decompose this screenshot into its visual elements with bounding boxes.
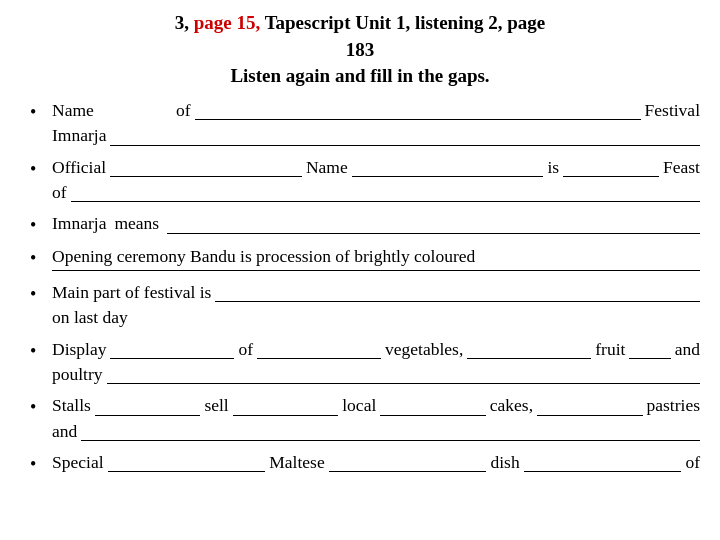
item6-blank2 bbox=[257, 358, 381, 359]
header-suffix: Tapescript Unit 1, listening 2, page bbox=[260, 12, 545, 33]
header-line3: Listen again and fill in the gaps. bbox=[20, 63, 700, 90]
item7-pastries-label: pastries bbox=[647, 393, 700, 418]
item6-blank1 bbox=[110, 358, 234, 359]
item7-sell-label: sell bbox=[204, 393, 228, 418]
item1-festival-label: Festival bbox=[645, 98, 700, 123]
list-item: • Special Maltese dish of bbox=[30, 450, 700, 477]
item2-blank3 bbox=[563, 176, 659, 177]
list-item: • Main part of festival is on last day bbox=[30, 280, 700, 331]
item1-name-label: Name bbox=[52, 98, 94, 123]
item5-onlastday-label: on last day bbox=[52, 305, 128, 330]
item7-cakes-label: cakes, bbox=[490, 393, 533, 418]
item6-veg-label: vegetables, bbox=[385, 337, 463, 362]
header-page-red: page 15, bbox=[194, 12, 261, 33]
item4-blank1 bbox=[52, 270, 700, 271]
exercise-list: • Name of Festival Imnarja • bbox=[20, 98, 700, 477]
item2-name-label: Name bbox=[306, 155, 348, 180]
item5-blank1 bbox=[215, 301, 700, 302]
item1-row2: Imnarja bbox=[52, 123, 700, 148]
item6-row1: Display of vegetables, fruit and bbox=[52, 337, 700, 362]
item7-blank1 bbox=[95, 415, 201, 416]
item8-row1: Special Maltese dish of bbox=[52, 450, 700, 475]
list-item: • Imnarja means bbox=[30, 211, 700, 238]
item7-blank2 bbox=[233, 415, 339, 416]
list-item: • Name of Festival Imnarja bbox=[30, 98, 700, 149]
item2-is-label: is bbox=[547, 155, 559, 180]
item7-stalls-label: Stalls bbox=[52, 393, 91, 418]
item4-row2 bbox=[52, 270, 700, 274]
item6-display-label: Display bbox=[52, 337, 106, 362]
item6-blank4 bbox=[629, 358, 670, 359]
item4-row1: Opening ceremony Bandu is procession of … bbox=[52, 244, 700, 269]
item8-content: Special Maltese dish of bbox=[52, 450, 700, 475]
item2-of-label: of bbox=[52, 180, 67, 205]
item2-blank2 bbox=[352, 176, 544, 177]
header: 3, page 15, Tapescript Unit 1, listening… bbox=[20, 10, 700, 90]
item3-content: Imnarja means bbox=[52, 211, 700, 236]
item6-of-label: of bbox=[238, 337, 253, 362]
list-item: • Opening ceremony Bandu is procession o… bbox=[30, 244, 700, 273]
item7-row1: Stalls sell local cakes, pastries bbox=[52, 393, 700, 418]
item7-blank4 bbox=[537, 415, 643, 416]
item8-of-label: of bbox=[685, 450, 700, 475]
bullet-icon: • bbox=[30, 451, 48, 477]
item1-blank2 bbox=[110, 145, 700, 146]
item6-and-label: and bbox=[675, 337, 700, 362]
item3-blank1 bbox=[167, 233, 700, 234]
item3-row1: Imnarja means bbox=[52, 211, 700, 236]
item6-blank3 bbox=[467, 358, 591, 359]
item8-maltese-label: Maltese bbox=[269, 450, 324, 475]
item1-content: Name of Festival Imnarja bbox=[52, 98, 700, 149]
item2-content: Official Name is Feast of bbox=[52, 155, 700, 206]
list-item: • Stalls sell local cakes, pastries and bbox=[30, 393, 700, 444]
item6-blank5 bbox=[107, 383, 700, 384]
item2-row1: Official Name is Feast bbox=[52, 155, 700, 180]
list-item: • Official Name is Feast of bbox=[30, 155, 700, 206]
item3-imnarja-label: Imnarja bbox=[52, 211, 106, 236]
item7-and-label: and bbox=[52, 419, 77, 444]
item6-fruit-label: fruit bbox=[595, 337, 625, 362]
item2-row2: of bbox=[52, 180, 700, 205]
item6-content: Display of vegetables, fruit and poultry bbox=[52, 337, 700, 388]
page-container: 3, page 15, Tapescript Unit 1, listening… bbox=[20, 10, 700, 477]
item8-blank1 bbox=[108, 471, 266, 472]
item4-text-label: Opening ceremony Bandu is procession of … bbox=[52, 244, 475, 269]
item2-official-label: Official bbox=[52, 155, 106, 180]
item8-blank2 bbox=[329, 471, 487, 472]
bullet-icon: • bbox=[30, 394, 48, 420]
item7-blank5 bbox=[81, 440, 700, 441]
bullet-icon: • bbox=[30, 99, 48, 125]
item7-local-label: local bbox=[342, 393, 376, 418]
item2-blank1 bbox=[110, 176, 302, 177]
item7-content: Stalls sell local cakes, pastries and bbox=[52, 393, 700, 444]
header-line1: 3, page 15, Tapescript Unit 1, listening… bbox=[20, 10, 700, 37]
item6-poultry-label: poultry bbox=[52, 362, 103, 387]
item1-of-label: of bbox=[176, 98, 191, 123]
item1-blank1 bbox=[195, 119, 641, 120]
bullet-icon: • bbox=[30, 338, 48, 364]
item1-imnarja-label: Imnarja bbox=[52, 123, 106, 148]
item5-row1: Main part of festival is bbox=[52, 280, 700, 305]
item8-special-label: Special bbox=[52, 450, 104, 475]
item2-blank4 bbox=[71, 201, 700, 202]
item1-row1: Name of Festival bbox=[52, 98, 700, 123]
header-line2: 183 bbox=[20, 37, 700, 64]
item8-blank3 bbox=[524, 471, 682, 472]
list-item: • Display of vegetables, fruit and poult… bbox=[30, 337, 700, 388]
item5-row2: on last day bbox=[52, 305, 700, 330]
bullet-icon: • bbox=[30, 245, 48, 271]
item7-blank3 bbox=[380, 415, 486, 416]
bullet-icon: • bbox=[30, 156, 48, 182]
item4-content: Opening ceremony Bandu is procession of … bbox=[52, 244, 700, 273]
item8-dish-label: dish bbox=[490, 450, 519, 475]
bullet-icon: • bbox=[30, 281, 48, 307]
bullet-icon: • bbox=[30, 212, 48, 238]
item5-content: Main part of festival is on last day bbox=[52, 280, 700, 331]
item3-means-label: means bbox=[114, 211, 159, 236]
item5-main-label: Main part of festival is bbox=[52, 280, 211, 305]
item6-row2: poultry bbox=[52, 362, 700, 387]
item2-feast-label: Feast bbox=[663, 155, 700, 180]
item7-row2: and bbox=[52, 419, 700, 444]
header-prefix: 3, bbox=[175, 12, 194, 33]
